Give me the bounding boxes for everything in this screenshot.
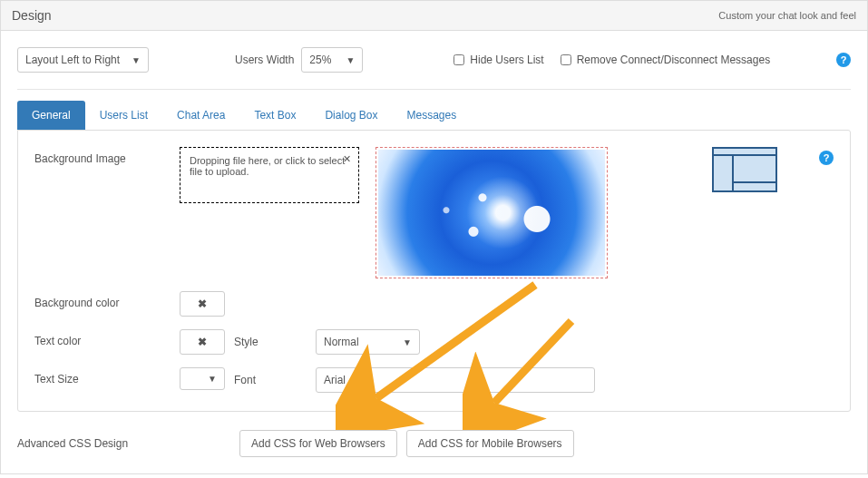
- hide-users-input[interactable]: [454, 54, 464, 65]
- users-width-select[interactable]: 25% ▼: [301, 47, 363, 73]
- users-width-value: 25%: [309, 54, 331, 66]
- text-color-row: Text color ✖ Style Normal ▼: [34, 329, 834, 355]
- checkbox-group: Hide Users List Remove Connect/Disconnec…: [454, 54, 770, 66]
- hide-users-label: Hide Users List: [470, 54, 543, 66]
- panel-header: Design Custom your chat look and feel: [1, 1, 867, 31]
- advanced-css-row: Advanced CSS Design Add CSS for Web Brow…: [17, 415, 851, 457]
- style-group: Style Normal ▼: [234, 329, 420, 355]
- advanced-css-label: Advanced CSS Design: [17, 437, 230, 450]
- remove-connect-input[interactable]: [561, 54, 571, 65]
- tab-dialog-box[interactable]: Dialog Box: [310, 101, 392, 130]
- tabs: General Users List Chat Area Text Box Di…: [17, 101, 851, 130]
- hide-users-checkbox[interactable]: Hide Users List: [454, 54, 543, 66]
- remove-connect-label: Remove Connect/Disconnect Messages: [577, 54, 770, 66]
- preview-image: [378, 150, 605, 276]
- bg-image-label: Background Image: [34, 147, 171, 165]
- layout-select-value: Layout Left to Right: [25, 54, 120, 66]
- tab-users-list[interactable]: Users List: [85, 101, 162, 130]
- style-value: Normal: [324, 336, 359, 348]
- users-width-group: Users Width 25% ▼: [235, 47, 363, 73]
- caret-icon: ▼: [403, 337, 412, 347]
- style-select[interactable]: Normal ▼: [316, 329, 420, 355]
- tab-chat-area[interactable]: Chat Area: [162, 101, 239, 130]
- tab-content-general: ? Background Image Dropping file here, o…: [17, 130, 851, 412]
- tab-messages[interactable]: Messages: [392, 101, 471, 130]
- top-options-row: Layout Left to Right ▼ Users Width 25% ▼…: [17, 47, 851, 90]
- caret-icon: ▼: [346, 55, 355, 65]
- text-size-row: Text Size ▼ Font: [34, 367, 834, 393]
- design-panel: Design Custom your chat look and feel La…: [0, 0, 868, 474]
- panel-body: Layout Left to Right ▼ Users Width 25% ▼…: [1, 31, 867, 473]
- text-color-label: Text color: [34, 329, 171, 347]
- font-input[interactable]: [316, 367, 595, 393]
- font-label: Font: [234, 374, 307, 386]
- text-size-label: Text Size: [34, 367, 171, 385]
- help-icon[interactable]: ?: [836, 53, 851, 67]
- tab-text-box[interactable]: Text Box: [239, 101, 310, 130]
- bg-image-preview: [375, 147, 608, 278]
- dropzone-text: Dropping file here, or click to select f…: [190, 155, 345, 177]
- close-icon[interactable]: ✕: [343, 153, 351, 165]
- text-color-picker[interactable]: ✖: [180, 329, 225, 355]
- bg-color-row: Background color ✖: [34, 291, 834, 317]
- tab-general[interactable]: General: [17, 101, 85, 130]
- panel-title: Design: [12, 8, 52, 23]
- bg-color-label: Background color: [34, 291, 171, 309]
- help-icon[interactable]: ?: [819, 151, 834, 165]
- text-size-select[interactable]: ▼: [180, 367, 225, 390]
- style-label: Style: [234, 336, 307, 348]
- font-group: Font: [234, 367, 595, 393]
- layout-select[interactable]: Layout Left to Right ▼: [17, 47, 149, 73]
- add-css-web-button[interactable]: Add CSS for Web Browsers: [239, 430, 397, 457]
- file-dropzone[interactable]: Dropping file here, or click to select f…: [180, 147, 359, 203]
- layout-preview-thumb: [712, 147, 777, 192]
- caret-icon: ▼: [132, 55, 141, 65]
- panel-subtitle: Custom your chat look and feel: [718, 10, 856, 21]
- caret-icon: ▼: [208, 374, 217, 384]
- add-css-mobile-button[interactable]: Add CSS for Mobile Browsers: [406, 430, 574, 457]
- bg-color-picker[interactable]: ✖: [180, 291, 225, 317]
- users-width-label: Users Width: [235, 54, 294, 66]
- remove-connect-checkbox[interactable]: Remove Connect/Disconnect Messages: [561, 54, 770, 66]
